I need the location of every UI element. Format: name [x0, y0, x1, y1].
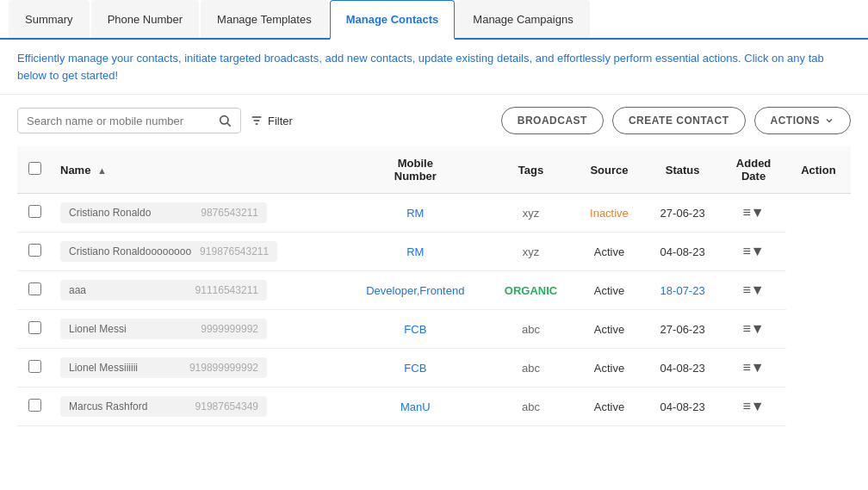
select-all-checkbox[interactable]: [28, 162, 41, 175]
row-date-cell: 27-06-23: [644, 194, 722, 233]
row-checkbox[interactable]: [28, 282, 41, 295]
search-wrapper: [17, 108, 241, 133]
contact-name: Cristiano Ronaldo: [69, 207, 192, 219]
action-menu-button[interactable]: ≡▼: [743, 282, 765, 297]
contact-name: Lionel Messiiiiii: [69, 362, 181, 374]
action-menu-button[interactable]: ≡▼: [743, 360, 765, 375]
row-checkbox-cell: [17, 271, 52, 310]
tag-link[interactable]: FCB: [404, 323, 426, 336]
actions-button[interactable]: ACTIONS: [754, 107, 852, 134]
row-action-cell: ≡▼: [721, 310, 785, 349]
row-name-cell: Cristiano Ronaldoooooooo919876543211: [52, 233, 344, 271]
action-menu-button[interactable]: ≡▼: [743, 399, 765, 413]
row-checkbox[interactable]: [28, 205, 41, 218]
row-source-cell: xyz: [487, 233, 574, 271]
row-tags-cell: Developer,Frontend: [344, 271, 487, 310]
table-row: Cristiano Ronaldo9876543211RMxyzInactive…: [17, 194, 851, 233]
row-checkbox[interactable]: [28, 321, 41, 334]
svg-line-1: [227, 123, 231, 127]
table-wrapper: Name ▲ MobileNumber Tags Source Status A…: [0, 146, 868, 426]
tab-phone-number[interactable]: Phone Number: [91, 0, 199, 38]
tab-summary[interactable]: Summary: [9, 0, 90, 38]
row-name-cell: Marcus Rashford91987654349: [52, 388, 344, 426]
tab-manage-contacts[interactable]: Manage Contacts: [330, 0, 456, 40]
search-icon: [218, 114, 232, 127]
contact-name: aaa: [69, 284, 187, 296]
row-action-cell: ≡▼: [721, 388, 785, 426]
row-checkbox[interactable]: [28, 360, 41, 373]
tabs-bar: SummaryPhone NumberManage TemplatesManag…: [0, 0, 868, 40]
table-row: Cristiano Ronaldoooooooo919876543211RMxy…: [17, 233, 851, 271]
header-mobile: MobileNumber: [344, 146, 487, 194]
contacts-table: Name ▲ MobileNumber Tags Source Status A…: [17, 146, 851, 426]
svg-point-0: [220, 116, 228, 124]
row-name-cell: Lionel Messiiiiii919899999992: [52, 349, 344, 388]
row-source-cell: abc: [487, 310, 574, 349]
row-action-cell: ≡▼: [721, 349, 785, 388]
table-header-row: Name ▲ MobileNumber Tags Source Status A…: [17, 146, 851, 194]
tab-manage-templates[interactable]: Manage Templates: [201, 0, 328, 38]
contact-number: 91116543211: [195, 284, 258, 296]
header-status: Status: [644, 146, 722, 194]
action-menu-button[interactable]: ≡▼: [743, 244, 765, 258]
action-buttons: BROADCAST CREATE CONTACT ACTIONS: [501, 107, 851, 134]
filter-button[interactable]: Filter: [250, 114, 293, 127]
filter-icon: [250, 114, 264, 127]
contact-name: Cristiano Ronaldoooooooo: [69, 245, 191, 257]
description-text: Efficiently manage your contacts, initia…: [0, 40, 868, 95]
name-number-wrapper: aaa91116543211: [60, 280, 267, 301]
name-number-wrapper: Lionel Messi9999999992: [60, 319, 267, 339]
filter-label: Filter: [268, 115, 293, 127]
row-checkbox-cell: [17, 233, 52, 271]
row-status-cell: Active: [574, 388, 644, 426]
contact-number: 9876543211: [201, 207, 258, 219]
action-menu-button[interactable]: ≡▼: [743, 321, 765, 336]
name-number-wrapper: Lionel Messiiiiii919899999992: [60, 357, 267, 378]
search-input[interactable]: [27, 115, 218, 127]
header-tags: Tags: [487, 146, 574, 194]
row-checkbox[interactable]: [28, 244, 41, 257]
contact-number: 919876543211: [200, 245, 269, 257]
chevron-down-icon: [824, 115, 834, 126]
tag-link[interactable]: RM: [406, 245, 424, 258]
tab-manage-campaigns[interactable]: Manage Campaigns: [456, 0, 589, 38]
tag-link[interactable]: RM: [406, 207, 424, 220]
contact-name: Marcus Rashford: [69, 400, 187, 412]
tag-link[interactable]: Developer,Frontend: [366, 284, 464, 297]
contact-number: 919899999992: [189, 362, 258, 374]
row-checkbox-cell: [17, 194, 52, 233]
row-name-cell: Cristiano Ronaldo9876543211: [52, 194, 344, 233]
contact-number: 9999999992: [201, 323, 258, 335]
tag-link[interactable]: FCB: [404, 362, 426, 375]
row-date-cell: 18-07-23: [644, 271, 722, 310]
header-name: Name ▲: [52, 146, 344, 194]
broadcast-button[interactable]: BROADCAST: [501, 107, 604, 134]
row-date-cell: 04-08-23: [644, 349, 722, 388]
header-checkbox-col: [17, 146, 52, 194]
tag-link[interactable]: ManU: [400, 400, 431, 413]
toolbar: Filter BROADCAST CREATE CONTACT ACTIONS: [0, 95, 868, 146]
row-tags-cell: RM: [344, 233, 487, 271]
row-source-cell: abc: [487, 349, 574, 388]
name-number-wrapper: Marcus Rashford91987654349: [60, 396, 267, 417]
row-status-cell: Active: [574, 233, 644, 271]
row-source-cell: abc: [487, 388, 574, 426]
row-checkbox[interactable]: [28, 399, 41, 412]
row-checkbox-cell: [17, 310, 52, 349]
action-menu-button[interactable]: ≡▼: [743, 205, 765, 220]
header-added-date: AddedDate: [721, 146, 785, 194]
row-tags-cell: FCB: [344, 310, 487, 349]
name-number-wrapper: Cristiano Ronaldoooooooo919876543211: [60, 241, 277, 262]
row-tags-cell: RM: [344, 194, 487, 233]
search-button[interactable]: [218, 114, 232, 127]
row-status-cell: Active: [574, 271, 644, 310]
row-action-cell: ≡▼: [721, 233, 785, 271]
sort-arrow: ▲: [97, 165, 107, 176]
row-status-cell: Active: [574, 349, 644, 388]
table-row: Marcus Rashford91987654349ManUabcActive0…: [17, 388, 851, 426]
row-checkbox-cell: [17, 388, 52, 426]
actions-label: ACTIONS: [771, 115, 821, 127]
contact-name: Lionel Messi: [69, 323, 192, 335]
table-row: Lionel Messi9999999992FCBabcActive27-06-…: [17, 310, 851, 349]
create-contact-button[interactable]: CREATE CONTACT: [612, 107, 746, 134]
